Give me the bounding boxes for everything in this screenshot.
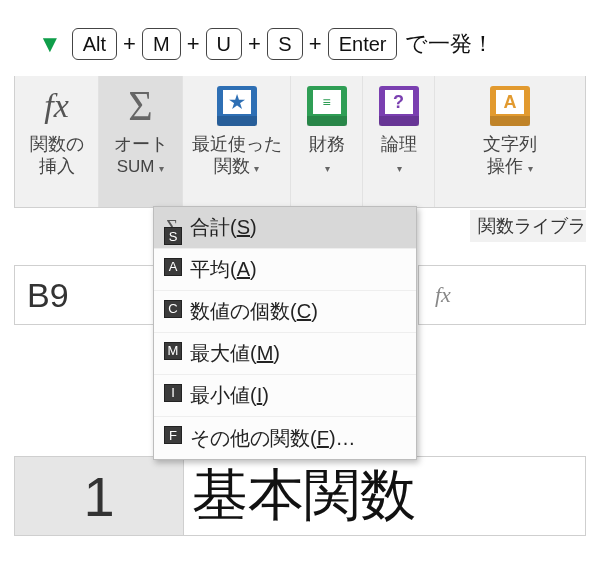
autosum-button[interactable]: Σ オートSUM ▾: [99, 76, 183, 207]
menu-item-label: 最大値(M): [190, 340, 416, 367]
menu-item-sum[interactable]: Σ S 合計(S): [154, 207, 416, 249]
menu-item-average[interactable]: A 平均(A): [154, 249, 416, 291]
key-enter: Enter: [328, 28, 398, 60]
star-book-icon: ★: [217, 82, 257, 130]
menu-item-count[interactable]: C 数値の個数(C): [154, 291, 416, 333]
chevron-down-icon: ▾: [397, 163, 402, 174]
insert-function-button[interactable]: fx 関数の挿入: [15, 76, 99, 207]
ribbon-formulas: fx 関数の挿入 Σ オートSUM ▾ ★ 最近使った関数 ▾ ≡ 財務▾ ?: [14, 76, 586, 208]
menu-item-label: その他の関数(F)…: [190, 425, 416, 452]
cell-a1[interactable]: 基本関数: [184, 456, 586, 536]
fx-icon: fx: [435, 282, 451, 308]
chevron-down-icon: ▾: [252, 163, 260, 174]
keytip-i: I: [164, 384, 182, 402]
coins-book-icon: ≡: [307, 82, 347, 130]
financial-button[interactable]: ≡ 財務▾: [291, 76, 363, 207]
key-m: M: [142, 28, 181, 60]
logical-button[interactable]: ? 論理▾: [363, 76, 435, 207]
sigma-icon: Σ: [128, 82, 152, 130]
letter-book-icon: A: [490, 82, 530, 130]
triangle-icon: ▼: [38, 30, 62, 58]
keytip-c: C: [164, 300, 182, 318]
keytip-a: A: [164, 258, 182, 276]
keytip-m: M: [164, 342, 182, 360]
keytip-f: F: [164, 426, 182, 444]
sheet-row-1: 1 基本関数: [14, 456, 586, 536]
chevron-down-icon: ▾: [157, 163, 165, 174]
chevron-down-icon: ▾: [525, 163, 533, 174]
menu-item-label: 最小値(I): [190, 382, 416, 409]
menu-item-more[interactable]: F その他の関数(F)…: [154, 417, 416, 459]
menu-item-label: 平均(A): [190, 256, 416, 283]
keytip-s: S: [164, 227, 182, 245]
menu-item-label: 合計(S): [190, 214, 416, 241]
menu-item-max[interactable]: M 最大値(M): [154, 333, 416, 375]
key-u: U: [206, 28, 242, 60]
key-s: S: [267, 28, 303, 60]
name-box[interactable]: B9: [14, 265, 154, 325]
text-functions-button[interactable]: A 文字列操作 ▾: [435, 76, 585, 207]
menu-item-label: 数値の個数(C): [190, 298, 416, 325]
recent-functions-button[interactable]: ★ 最近使った関数 ▾: [183, 76, 291, 207]
formula-bar[interactable]: fx: [418, 265, 586, 325]
menu-item-min[interactable]: I 最小値(I): [154, 375, 416, 417]
chevron-down-icon: ▾: [325, 163, 330, 174]
tip-tail: で一発！: [405, 29, 494, 59]
row-header-1[interactable]: 1: [14, 456, 184, 536]
key-alt: Alt: [72, 28, 117, 60]
function-library-label: 関数ライブラ: [470, 210, 586, 242]
question-book-icon: ?: [379, 82, 419, 130]
autosum-menu: Σ S 合計(S) A 平均(A) C 数値の個数(C) M 最大値(M) I …: [153, 206, 417, 460]
fx-icon: fx: [44, 82, 69, 130]
shortcut-tip: ▼ Alt + M + U + S + Enter で一発！: [38, 28, 494, 60]
